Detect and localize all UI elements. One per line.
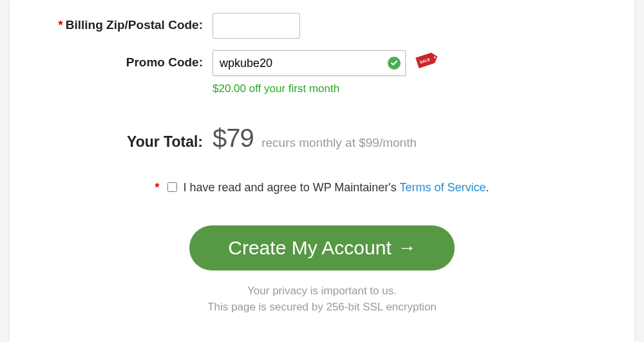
check-circle-icon — [388, 57, 401, 70]
arrow-right-icon: → — [398, 238, 416, 258]
required-star: * — [155, 181, 159, 194]
total-label: Your Total: — [48, 133, 213, 151]
create-account-button[interactable]: Create My Account → — [189, 225, 454, 271]
promo-code-input[interactable] — [213, 50, 406, 76]
promo-input-wrap — [213, 50, 406, 76]
total-recurrence: recurs monthly at $99/month — [261, 136, 417, 149]
promo-code-row: Promo Code: SALE $20.00 off — [48, 50, 596, 95]
label-text: Billing Zip/Postal Code: — [66, 18, 203, 32]
terms-checkbox[interactable] — [167, 182, 177, 192]
submit-label: Create My Account — [228, 237, 391, 259]
billing-zip-row: *Billing Zip/Postal Code: — [48, 13, 596, 39]
terms-link[interactable]: Terms of Service — [399, 181, 486, 194]
promo-code-label: Promo Code: — [48, 50, 213, 70]
privacy-line-2: This page is secured by 256-bit SSL encr… — [48, 299, 596, 316]
required-star: * — [58, 18, 62, 32]
total-row: Your Total: $79 recurs monthly at $99/mo… — [48, 124, 596, 153]
label-text: Promo Code: — [126, 55, 203, 69]
billing-zip-label: *Billing Zip/Postal Code: — [48, 13, 213, 32]
signup-form-panel: *Billing Zip/Postal Code: Promo Code: — [10, 0, 634, 342]
submit-row: Create My Account → — [48, 225, 596, 271]
total-amount: $79 — [213, 124, 254, 152]
sale-tag-icon: SALE — [411, 57, 439, 70]
terms-text-after: . — [486, 181, 489, 194]
promo-success-message: $20.00 off your first month — [213, 82, 596, 95]
billing-zip-input[interactable] — [213, 13, 300, 39]
terms-text-before: I have read and agree to WP Maintainer's — [184, 181, 400, 194]
privacy-notice: Your privacy is important to us. This pa… — [48, 283, 596, 315]
privacy-line-1: Your privacy is important to us. — [48, 283, 596, 299]
terms-row: * I have read and agree to WP Maintainer… — [48, 181, 596, 195]
